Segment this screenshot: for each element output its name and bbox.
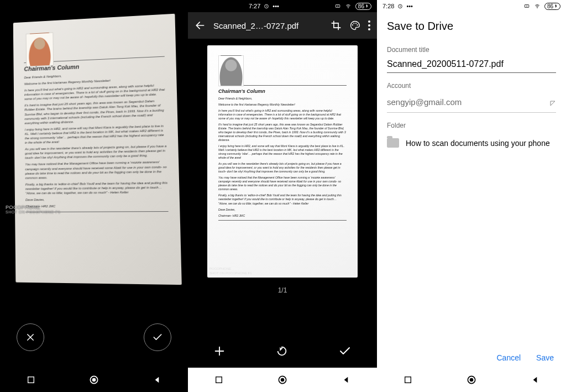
- doc-title-input[interactable]: [387, 57, 556, 73]
- svg-point-9: [357, 24, 358, 25]
- done-button[interactable]: [338, 344, 352, 358]
- doc-p4: As you will see in the newsletter there'…: [218, 162, 347, 174]
- folder-icon: [387, 138, 399, 148]
- doc-p3: I enjoy living here in HR2, and some wil…: [218, 144, 347, 160]
- panel-save-to-drive: 7:28 ••• 86 Save to Drive Document title…: [377, 0, 566, 392]
- account-value: sengyip@gmail.com: [387, 97, 462, 107]
- scan-confirm-bar: [0, 307, 188, 368]
- status-bar: 7:27 ••• 86: [188, 0, 377, 12]
- back-icon[interactable]: [342, 375, 350, 384]
- svg-point-10: [368, 20, 370, 23]
- page-indicator: 1/1: [278, 286, 287, 294]
- retake-button[interactable]: [276, 345, 288, 357]
- battery-pill: 86: [355, 3, 371, 10]
- svg-rect-13: [216, 377, 222, 383]
- portrait-photo: [218, 55, 244, 86]
- camera-viewport: Chairman's Column Dear Friends & Neighbo…: [0, 0, 188, 307]
- home-icon[interactable]: [466, 374, 477, 385]
- cancel-button[interactable]: Cancel: [496, 353, 521, 362]
- panel-scan-preview: Chairman's Column Dear Friends & Neighbo…: [0, 0, 188, 392]
- home-icon[interactable]: [88, 374, 99, 385]
- doc-p1: In here you'll find out what's going in …: [218, 109, 347, 121]
- svg-point-11: [368, 24, 370, 27]
- doc-p2: It's hard to imagine that just 25 short …: [24, 98, 166, 125]
- appbar-title: Scanned_2…-0727.pdf: [213, 21, 323, 30]
- svg-point-18: [537, 8, 537, 8]
- svg-point-12: [368, 28, 370, 30]
- doc-p6: Finally, a big thanks to 'editor-in-chie…: [218, 194, 347, 205]
- camera-watermark: POCOPHONE SHOT ON POCOPHONE F1: [209, 266, 252, 275]
- doc-p2: It's hard to imagine that just 25 short …: [218, 123, 347, 142]
- editor-action-bar: [188, 334, 377, 368]
- doc-title-label: Document title: [387, 46, 556, 54]
- camera-watermark: POCOPHONE SHOT ON POCOPHONE F1: [6, 205, 60, 214]
- doc-sig1: Dave Davies,: [218, 208, 347, 212]
- more-dots-icon: •••: [406, 3, 413, 9]
- doc-p1: In here you'll find out what's going in …: [24, 83, 166, 101]
- recent-apps-icon[interactable]: [214, 375, 223, 384]
- panel-pdf-editor: 7:27 ••• 86 Scanned_2…-0727.pdf Chairman…: [188, 0, 377, 392]
- scanned-page[interactable]: Chairman's Column Dear Friends & Neighbo…: [207, 45, 358, 278]
- doc-p4: As you will see in the newsletter there'…: [25, 144, 167, 160]
- back-icon[interactable]: [153, 375, 161, 384]
- overflow-menu-icon[interactable]: [368, 20, 370, 30]
- doc-p3: I enjoy living here in HR2, and some wil…: [25, 123, 167, 145]
- svg-point-7: [353, 23, 354, 24]
- scanned-page: Chairman's Column Dear Friends & Neighbo…: [13, 14, 182, 285]
- doc-title: Chairman's Column: [218, 88, 347, 95]
- doc-greeting: Dear Friends & Neighbors,: [218, 97, 347, 101]
- svg-point-15: [281, 378, 285, 382]
- android-navbar: [377, 368, 566, 392]
- accept-scan-button[interactable]: [144, 323, 171, 351]
- doc-welcome: Welcome to the first Hartamas Regency Mo…: [218, 103, 347, 107]
- dropdown-triangle-icon: [549, 100, 556, 107]
- svg-point-6: [352, 24, 353, 25]
- doc-sig2: Chairman- HR2 JMC: [218, 214, 347, 218]
- recent-apps-icon[interactable]: [403, 375, 412, 384]
- home-icon[interactable]: [277, 374, 288, 385]
- do-not-disturb-icon: [523, 3, 530, 9]
- status-time: 7:27: [249, 3, 260, 9]
- status-time: 7:28: [382, 3, 394, 9]
- account-label: Account: [387, 82, 556, 90]
- folder-selector[interactable]: How to scan documents using your phone: [387, 133, 556, 148]
- back-arrow-icon[interactable]: [195, 20, 206, 31]
- save-button[interactable]: Save: [536, 353, 554, 362]
- folder-value: How to scan documents using your phone: [406, 139, 550, 148]
- dialog-action-bar: Cancel Save: [377, 353, 566, 368]
- status-bar: 7:28 ••• 86: [377, 0, 566, 12]
- alarm-icon: [397, 3, 403, 9]
- do-not-disturb-icon: [334, 3, 341, 9]
- doc-p6: Finally, a big thanks to 'editor-in-chie…: [25, 180, 168, 195]
- svg-rect-0: [28, 377, 34, 383]
- svg-point-8: [355, 23, 357, 24]
- back-icon[interactable]: [531, 375, 539, 384]
- save-form: Document title Account sengyip@gmail.com…: [377, 38, 566, 148]
- wifi-icon: [533, 3, 541, 9]
- reject-scan-button[interactable]: [17, 323, 44, 351]
- doc-sig1: Dave Davies,: [25, 196, 168, 202]
- dialog-title: Save to Drive: [377, 12, 566, 38]
- svg-point-5: [348, 8, 348, 8]
- doc-p5: You may have noticed that the Management…: [218, 176, 347, 191]
- android-navbar: [188, 368, 377, 392]
- android-navbar: [0, 368, 188, 392]
- check-icon: [152, 332, 163, 343]
- doc-p5: You may have noticed that the Management…: [25, 160, 167, 180]
- more-dots-icon: •••: [272, 3, 279, 9]
- account-selector[interactable]: sengyip@gmail.com: [387, 93, 556, 113]
- recent-apps-icon[interactable]: [27, 375, 35, 384]
- alarm-icon: [264, 3, 269, 9]
- wifi-icon: [344, 3, 352, 9]
- editor-canvas: Chairman's Column Dear Friends & Neighbo…: [188, 39, 377, 334]
- x-icon: [25, 332, 35, 342]
- portrait-photo: [26, 32, 54, 66]
- battery-pill: 86: [544, 3, 560, 10]
- svg-rect-19: [405, 377, 411, 383]
- add-page-button[interactable]: [213, 345, 226, 357]
- crop-icon[interactable]: [331, 20, 342, 31]
- svg-point-2: [92, 378, 96, 382]
- editor-appbar: Scanned_2…-0727.pdf: [188, 12, 377, 39]
- svg-point-21: [470, 378, 474, 382]
- palette-icon[interactable]: [349, 20, 360, 31]
